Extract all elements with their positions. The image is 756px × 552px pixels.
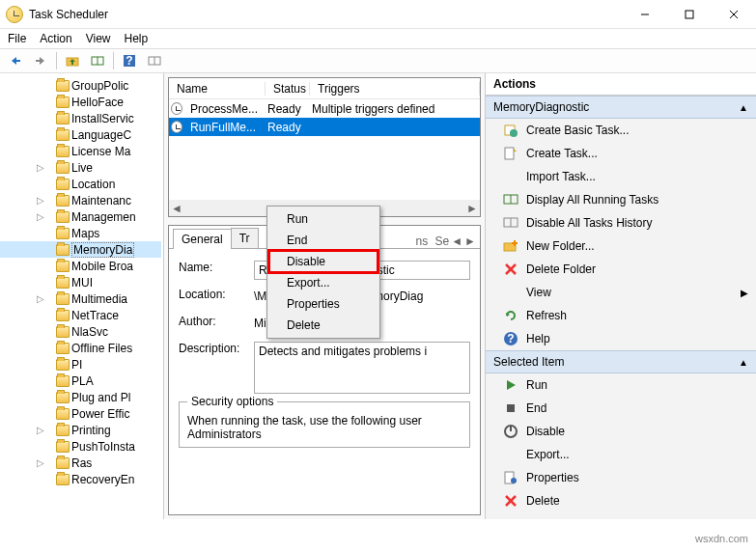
folder-tree[interactable]: GroupPolicHelloFaceInstallServicLanguage…	[0, 73, 164, 519]
tree-item[interactable]: PushToInsta	[0, 438, 161, 455]
action-item[interactable]: New Folder...	[486, 235, 756, 258]
tree-item[interactable]: PLA	[0, 373, 161, 389]
context-menu-item[interactable]: Disable	[269, 251, 378, 272]
context-menu-item[interactable]: End	[269, 230, 378, 251]
security-options: Security options When running the task, …	[179, 401, 470, 448]
action-item[interactable]: Refresh	[486, 304, 756, 327]
tree-item[interactable]: NlaSvc	[0, 323, 161, 340]
task-icon	[171, 121, 182, 133]
col-status[interactable]: Status	[266, 82, 310, 96]
tree-item[interactable]: MUI	[0, 274, 161, 290]
action-label: Properties	[526, 471, 579, 484]
expand-icon[interactable]: ▷	[37, 211, 44, 222]
folder-up-button[interactable]	[61, 50, 84, 71]
run-icon	[503, 377, 518, 393]
tree-item[interactable]: ▷Maintenanc	[0, 192, 161, 208]
tree-item[interactable]: RecoveryEn	[0, 471, 161, 487]
action-item[interactable]: View▶	[486, 281, 756, 304]
action-item[interactable]: ?Help	[486, 327, 756, 350]
properties-button[interactable]	[143, 50, 166, 71]
tree-item-label: PLA	[71, 374, 94, 388]
tree-item[interactable]: HelloFace	[0, 94, 161, 110]
task-name: ProcessMe...	[184, 102, 262, 116]
author-label: Author:	[179, 315, 254, 334]
action-item[interactable]: Properties	[486, 466, 756, 489]
context-menu-item[interactable]: Delete	[269, 315, 378, 336]
display-icon	[503, 192, 518, 207]
actions-section-1[interactable]: MemoryDiagnostic▲	[486, 96, 756, 119]
tree-item[interactable]: Offline Files	[0, 340, 161, 356]
tree-item[interactable]: ▷Printing	[0, 422, 161, 438]
svg-rect-5	[36, 60, 41, 62]
tree-item[interactable]: ▷Managemen	[0, 208, 161, 225]
actions-section-2[interactable]: Selected Item▲	[486, 350, 756, 373]
tree-item[interactable]: ▷Multimedia	[0, 290, 161, 307]
tree-item[interactable]: License Ma	[0, 143, 161, 159]
action-item[interactable]: Delete	[486, 489, 756, 512]
action-label: Disable	[526, 425, 565, 438]
action-label: Run	[526, 378, 547, 392]
context-menu-item[interactable]: Export...	[269, 272, 378, 293]
action-item[interactable]: Create Basic Task...	[486, 119, 756, 142]
action-label: End	[526, 401, 546, 415]
menu-view[interactable]: View	[86, 32, 111, 45]
task-name: RunFullMe...	[184, 121, 262, 134]
tree-item[interactable]: MemoryDia	[0, 241, 161, 258]
menu-action[interactable]: Action	[40, 32, 71, 45]
expand-icon[interactable]: ▷	[37, 425, 44, 435]
tree-item[interactable]: GroupPolic	[0, 77, 161, 94]
tab-triggers[interactable]: Tr	[231, 228, 259, 248]
action-item[interactable]: End	[486, 397, 756, 420]
back-button[interactable]	[4, 50, 27, 71]
tab-general[interactable]: General	[173, 229, 232, 249]
tree-item[interactable]: Power Effic	[0, 405, 161, 422]
action-item[interactable]: Import Task...	[486, 165, 756, 188]
folder-icon	[56, 310, 70, 321]
context-menu-item[interactable]: Properties	[269, 293, 378, 315]
forward-button[interactable]	[29, 50, 52, 71]
tree-item[interactable]: ▷Ras	[0, 455, 161, 471]
tree-item[interactable]: Location	[0, 176, 161, 192]
task-list[interactable]: Name Status Triggers ProcessMe...ReadyMu…	[168, 77, 481, 217]
action-item[interactable]: Display All Running Tasks	[486, 188, 756, 211]
action-item[interactable]: Export...	[486, 443, 756, 466]
minimize-button[interactable]	[623, 0, 667, 29]
maximize-button[interactable]	[667, 0, 712, 29]
tree-item[interactable]: InstallServic	[0, 110, 161, 126]
tree-item-label: License Ma	[71, 145, 130, 158]
action-item[interactable]: Disable All Tasks History	[486, 211, 756, 235]
expand-icon[interactable]: ▷	[37, 162, 44, 173]
menu-file[interactable]: File	[8, 32, 26, 45]
expand-icon[interactable]: ▷	[37, 457, 44, 468]
action-item[interactable]: Delete Folder	[486, 258, 756, 281]
tree-item[interactable]: Maps	[0, 225, 161, 241]
help-button[interactable]: ?	[118, 50, 141, 71]
action-item[interactable]: Run	[486, 373, 756, 397]
description-label: Description:	[179, 342, 254, 394]
expand-icon[interactable]: ▷	[37, 195, 44, 206]
col-name[interactable]: Name	[169, 82, 266, 96]
task-row[interactable]: ProcessMe...ReadyMultiple triggers defin…	[169, 99, 480, 118]
watermark: wsxdn.com	[695, 533, 748, 544]
expand-icon[interactable]: ▷	[37, 293, 44, 304]
tab-scroll-right[interactable]: ►	[464, 235, 476, 248]
tab-overflow-2: Se	[435, 235, 450, 248]
menu-help[interactable]: Help	[125, 32, 149, 45]
tab-scroll-left[interactable]: ◄	[451, 235, 462, 248]
tree-item[interactable]: NetTrace	[0, 307, 161, 323]
tree-item[interactable]: PI	[0, 356, 161, 373]
tree-item[interactable]: ▷Live	[0, 159, 161, 176]
context-menu-item[interactable]: Run	[269, 208, 378, 230]
tree-item[interactable]: LanguageC	[0, 126, 161, 143]
tree-item[interactable]: Plug and Pl	[0, 389, 161, 405]
tree-item[interactable]: Mobile Broa	[0, 258, 161, 274]
folder-icon	[56, 441, 70, 453]
task-row[interactable]: RunFullMe...Ready	[169, 118, 480, 136]
col-triggers[interactable]: Triggers	[310, 82, 480, 96]
folder-icon	[56, 375, 70, 387]
action-item[interactable]: Disable	[486, 420, 756, 443]
action-item[interactable]: Create Task...	[486, 142, 756, 165]
close-button[interactable]	[712, 0, 756, 29]
show-hide-console-button[interactable]	[86, 50, 109, 71]
description-field[interactable]: Detects and mitigates problems i	[254, 342, 470, 394]
